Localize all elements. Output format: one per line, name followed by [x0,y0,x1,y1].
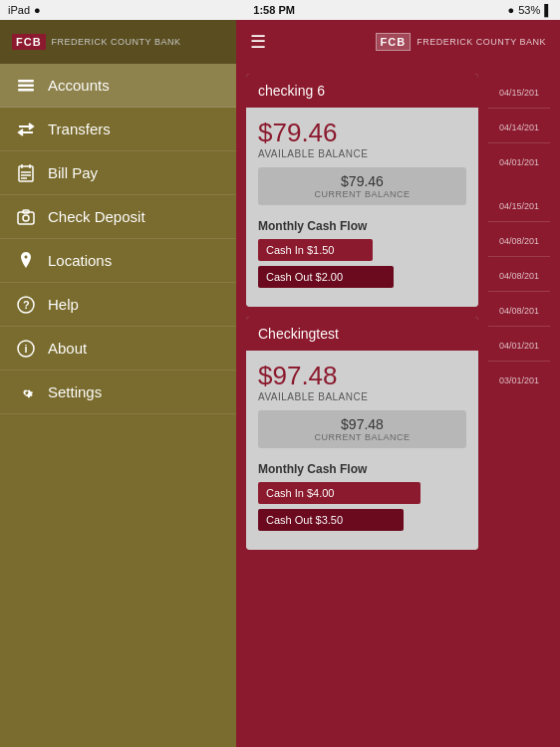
account-2-cashin-bar-container: Cash In $4.00 [258,482,466,504]
about-label: About [48,340,87,357]
help-icon: ? [16,295,36,315]
account-2-cashout-bar-container: Cash Out $3.50 [258,509,466,531]
account-2-current-amount: $97.48 [268,416,456,432]
checkdeposit-label: Check Deposit [48,208,145,225]
account-1-name: checking 6 [258,83,325,99]
account-column: checking 6 $79.46 AVAILABLE BALANCE $79.… [246,74,478,737]
account-2-cashflow: Monthly Cash Flow Cash In $4.00 Cash Out… [258,458,466,540]
account-2-name: Checkingtest [258,326,339,342]
billpay-icon [16,163,36,183]
account-2-current-box: $97.48 CURRENT BALANCE [258,410,466,448]
sidebar-item-billpay[interactable]: Bill Pay [0,151,236,195]
svg-text:?: ? [23,299,30,311]
signal-icon: ● [508,4,515,16]
transfers-label: Transfers [48,121,111,137]
status-time: 1:58 PM [253,4,295,16]
date-text: 04/01/201 [499,341,539,351]
main-logo: FCB Frederick County Bank [376,33,546,51]
account-card-1-header: checking 6 [246,74,478,108]
sidebar: FCB Frederick County Bank Accounts [0,20,236,747]
svg-rect-2 [18,89,34,92]
status-right: ● 53% ▌ [508,4,552,16]
account-1-current-label: CURRENT BALANCE [268,189,456,199]
date-item: 04/15/201 [488,187,550,222]
accounts-icon [16,76,36,96]
account-2-cashin-bar: Cash In $4.00 [258,482,420,504]
battery-label: 53% [518,4,540,16]
account-2-cashout-label: Cash Out $3.50 [266,514,343,526]
date-item: 04/01/201 [488,143,550,177]
sidebar-item-settings[interactable]: Settings [0,371,236,414]
help-label: Help [48,296,79,313]
svg-rect-0 [18,80,34,83]
account-2-cashout-bar: Cash Out $3.50 [258,509,404,531]
billpay-label: Bill Pay [48,164,98,181]
svg-rect-1 [18,84,34,87]
account-1-available-label: AVAILABLE BALANCE [258,148,466,159]
sidebar-item-accounts[interactable]: Accounts [0,64,236,108]
status-bar: iPad ● 1:58 PM ● 53% ▌ [0,0,560,20]
account-card-2[interactable]: Checkingtest $97.48 AVAILABLE BALANCE $9… [246,317,478,550]
app-container: FCB Frederick County Bank Accounts [0,20,560,747]
account-1-cashin-bar-container: Cash In $1.50 [258,239,466,261]
account-card-1-body: $79.46 AVAILABLE BALANCE $79.46 CURRENT … [246,108,478,307]
date-item: 04/15/201 [488,74,550,109]
svg-rect-11 [18,212,34,224]
sidebar-item-transfers[interactable]: Transfers [0,108,236,151]
account-1-current-box: $79.46 CURRENT BALANCE [258,167,466,205]
date-text: 03/01/201 [499,375,539,385]
accounts-label: Accounts [48,77,110,94]
sidebar-nav: Accounts Transfers [0,64,236,747]
main-logo-subtitle: Frederick County Bank [417,37,546,48]
account-1-cashflow-title: Monthly Cash Flow [258,219,466,233]
account-2-available-label: AVAILABLE BALANCE [258,391,466,402]
account-2-cashin-label: Cash In $4.00 [266,487,335,499]
date-item: 04/01/201 [488,327,550,362]
account-2-available-amount: $97.48 [258,361,466,391]
status-left: iPad ● [8,4,41,16]
date-item: 03/01/201 [488,362,550,395]
account-card-1[interactable]: checking 6 $79.46 AVAILABLE BALANCE $79.… [246,74,478,307]
account-2-current-label: CURRENT BALANCE [268,432,456,442]
transfers-icon [16,120,36,139]
sidebar-logo-text: Frederick County Bank [52,37,181,48]
main-header: ☰ FCB Frederick County Bank [236,20,560,64]
checkdeposit-icon [16,207,36,227]
main-content: ☰ FCB Frederick County Bank checking 6 $… [236,20,560,747]
account-1-cashin-bar: Cash In $1.50 [258,239,373,261]
sidebar-item-help[interactable]: ? Help [0,283,236,327]
sidebar-item-locations[interactable]: Locations [0,239,236,283]
sidebar-header: FCB Frederick County Bank [0,20,236,64]
dates-column: 04/15/201 04/14/201 04/01/201 04/15/201 [488,74,550,737]
sidebar-logo: FCB Frederick County Bank [12,34,180,50]
account-1-available-amount: $79.46 [258,118,466,148]
date-text: 04/15/201 [499,201,539,211]
settings-label: Settings [48,383,102,400]
wifi-icon: ● [34,4,41,16]
sidebar-logo-box: FCB [12,34,46,50]
about-icon: i [16,339,36,359]
account-card-2-body: $97.48 AVAILABLE BALANCE $97.48 CURRENT … [246,351,478,550]
accounts-scroll[interactable]: checking 6 $79.46 AVAILABLE BALANCE $79.… [236,64,560,747]
date-item: 04/08/201 [488,292,550,327]
sidebar-item-about[interactable]: i About [0,327,236,371]
date-text: 04/08/201 [499,306,539,316]
date-item: 04/08/201 [488,222,550,257]
dates-account-1: 04/15/201 04/14/201 04/01/201 [488,74,550,177]
hamburger-button[interactable]: ☰ [250,31,266,53]
date-text: 04/08/201 [499,236,539,246]
main-logo-box: FCB [376,33,412,51]
dates-account-2: 04/15/201 04/08/201 04/08/201 04/08/201 … [488,187,550,395]
date-text: 04/08/201 [499,271,539,281]
svg-point-12 [23,215,29,221]
account-1-cashin-label: Cash In $1.50 [266,244,335,256]
account-1-cashout-bar-container: Cash Out $2.00 [258,266,466,288]
date-item: 04/08/201 [488,257,550,292]
date-text: 04/01/201 [499,157,539,167]
locations-icon [16,251,36,271]
settings-icon [16,382,36,402]
date-text: 04/15/201 [499,88,539,98]
sidebar-item-checkdeposit[interactable]: Check Deposit [0,195,236,239]
date-text: 04/14/201 [499,123,539,132]
account-1-cashout-bar: Cash Out $2.00 [258,266,394,288]
